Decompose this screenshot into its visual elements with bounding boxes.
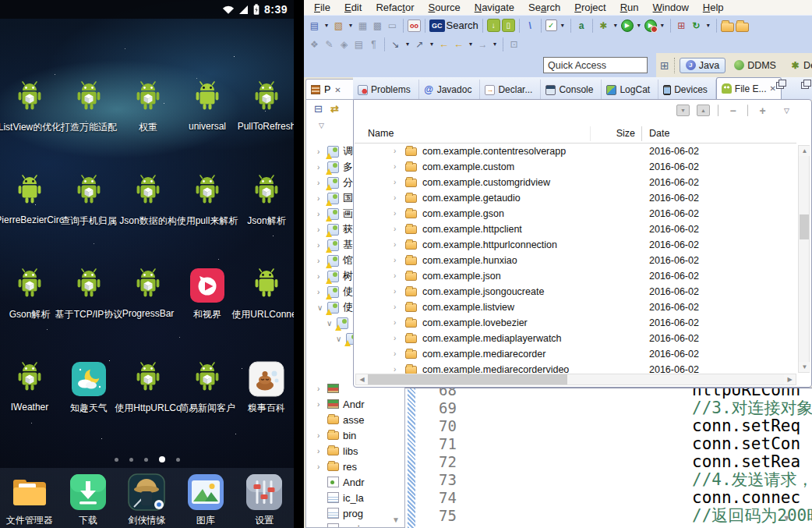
app-item[interactable]: 基于TCP/IP协议: [59, 253, 118, 346]
expand-chevron-icon[interactable]: ›: [394, 349, 396, 358]
tab-problems[interactable]: Problems: [353, 80, 419, 100]
menu-item[interactable]: File: [307, 2, 337, 13]
close-icon[interactable]: ✕: [770, 84, 776, 93]
expand-chevron-icon[interactable]: ›: [394, 365, 396, 374]
show-whitespace-icon[interactable]: ¶: [367, 37, 380, 51]
tree-chevron-icon[interactable]: ›: [317, 225, 323, 234]
expand-chevron-icon[interactable]: ›: [394, 178, 396, 186]
app-item[interactable]: 使用URLConnec: [237, 253, 296, 346]
expand-chevron-icon[interactable]: ›: [394, 318, 396, 327]
toolbar-separator[interactable]: [519, 19, 520, 33]
app-item[interactable]: 糗事百科: [237, 346, 296, 440]
app-item[interactable]: PierreBezierCirc: [0, 159, 59, 253]
dock-item-settings[interactable]: 设置: [235, 468, 294, 528]
horizontal-scrollbar[interactable]: ◀ ▶: [355, 374, 796, 385]
menu-item[interactable]: Run: [613, 2, 646, 13]
scrollbar-thumb[interactable]: [800, 214, 809, 239]
tree-chevron-icon[interactable]: ›: [317, 147, 323, 156]
dock-item-download[interactable]: 下载: [58, 468, 117, 528]
toolbar-separator[interactable]: [503, 37, 503, 51]
scrollbar-track[interactable]: [368, 374, 784, 384]
scroll-right-icon[interactable]: ▶: [784, 374, 796, 384]
tree-chevron-icon[interactable]: ›: [317, 194, 323, 203]
app-item[interactable]: IWeather: [0, 346, 59, 440]
vertical-scrollbar[interactable]: ▲ ▼: [798, 145, 810, 373]
run-history-dropdown[interactable]: ▾: [658, 18, 666, 33]
debug-icon[interactable]: ✱: [597, 18, 610, 33]
menu-item[interactable]: Refactor: [369, 2, 421, 13]
app-item[interactable]: ListView的优化: [0, 66, 59, 159]
perspective-debug-button[interactable]: ✱ De: [785, 58, 812, 73]
check-dropdown[interactable]: ▾: [559, 18, 567, 33]
open-perspective-icon[interactable]: ⊞: [660, 59, 669, 72]
menu-item[interactable]: Search: [521, 2, 567, 13]
column-header-date[interactable]: Date: [649, 128, 669, 139]
last-edit-icon[interactable]: ←: [437, 37, 450, 51]
project-resource-item[interactable]: Andr: [306, 474, 404, 490]
table-row[interactable]: › com.example.hunxiao 2016-06-02: [355, 253, 796, 268]
new-project-dropdown[interactable]: ▾: [347, 18, 355, 33]
page-dot[interactable]: [129, 458, 133, 462]
toolbar-separator[interactable]: [482, 19, 483, 33]
print-icon[interactable]: ▭: [386, 18, 399, 33]
expand-chevron-icon[interactable]: ›: [394, 225, 396, 233]
tree-chevron-icon[interactable]: ›: [317, 272, 323, 281]
page-dot[interactable]: [144, 458, 148, 462]
next-annotation-dropdown[interactable]: ▾: [404, 37, 411, 51]
tree-chevron-icon[interactable]: ›: [317, 447, 323, 455]
app-item[interactable]: Json数据的构: [118, 159, 178, 253]
expand-chevron-icon[interactable]: ›: [394, 240, 396, 249]
toolbar-separator[interactable]: [716, 19, 717, 33]
app-item[interactable]: 权重: [118, 66, 178, 159]
perspective-java-button[interactable]: J Java: [680, 58, 726, 73]
new-project-icon[interactable]: ▧: [332, 18, 345, 33]
tree-chevron-icon[interactable]: ›: [317, 462, 323, 471]
close-icon[interactable]: ✕: [334, 86, 341, 94]
toolbar-separator[interactable]: [747, 105, 748, 116]
expand-chevron-icon[interactable]: ›: [394, 147, 396, 155]
tree-chevron-icon[interactable]: ∨: [336, 335, 342, 343]
collapse-all-icon[interactable]: ⊟: [314, 103, 323, 115]
table-row[interactable]: › com.example.getaudio 2016-06-02: [355, 190, 796, 206]
push-file-icon[interactable]: ▲: [697, 105, 710, 116]
import-icon[interactable]: [736, 23, 749, 32]
maximize-view-icon[interactable]: [801, 82, 809, 89]
toolbar-separator[interactable]: [670, 19, 671, 33]
code-editor[interactable]: 68 httpURLConn 69 //3.对连接对象初 70 conn.set…: [405, 388, 812, 528]
page-dot[interactable]: [176, 458, 180, 462]
minimize-view-icon[interactable]: [776, 82, 784, 89]
app-item[interactable]: 简易新闻客户: [178, 346, 237, 440]
tab-logcat[interactable]: LogCat: [602, 80, 658, 100]
menu-item[interactable]: Navigate: [468, 2, 521, 13]
project-resource-item[interactable]: ic_la: [306, 490, 404, 505]
expand-chevron-icon[interactable]: ›: [394, 193, 396, 202]
menu-item[interactable]: Project: [567, 2, 613, 13]
junit-icon[interactable]: ⊞: [675, 18, 688, 33]
mark-occurrences-icon[interactable]: \: [524, 18, 537, 33]
new-folder-icon[interactable]: +: [756, 103, 769, 118]
app-item[interactable]: 打造万能适配: [59, 66, 118, 159]
run-icon[interactable]: ▶: [621, 19, 634, 32]
table-row[interactable]: › com.example.mediarecorder 2016-06-02: [355, 346, 796, 362]
app-item[interactable]: 使用pull来解析: [178, 159, 237, 253]
project-resource-item[interactable]: proj: [306, 521, 404, 528]
table-row[interactable]: › com.example.httpurlconnection 2016-06-…: [355, 237, 796, 253]
expand-chevron-icon[interactable]: ›: [394, 287, 396, 296]
project-resource-item[interactable]: prog: [306, 505, 404, 521]
table-row[interactable]: › com.example.mediaplayerwatch 2016-06-0…: [355, 331, 796, 346]
table-row[interactable]: › com.example.jsongoucreate 2016-06-02: [355, 284, 796, 299]
scrollbar-thumb[interactable]: [368, 374, 567, 384]
next-annotation-icon[interactable]: ↘: [389, 37, 402, 51]
view-menu-icon[interactable]: ▽: [319, 122, 324, 129]
project-resource-item[interactable]: › libs: [306, 443, 404, 459]
forward-icon[interactable]: →: [476, 37, 489, 51]
project-resource-item[interactable]: › bin: [306, 427, 404, 443]
pin-editor-icon[interactable]: ⊡: [507, 37, 521, 51]
table-row[interactable]: › com.example.lovebezier 2016-06-02: [355, 315, 796, 331]
save-all-icon[interactable]: ▩: [371, 18, 384, 33]
back-icon[interactable]: ←: [452, 37, 465, 51]
external-tools-icon[interactable]: ❖: [308, 37, 321, 51]
table-row[interactable]: › com.example.customgridview 2016-06-02: [355, 175, 796, 190]
scroll-down-icon[interactable]: ▼: [799, 362, 810, 372]
tab-file-explorer[interactable]: File E... ✕: [716, 77, 782, 100]
